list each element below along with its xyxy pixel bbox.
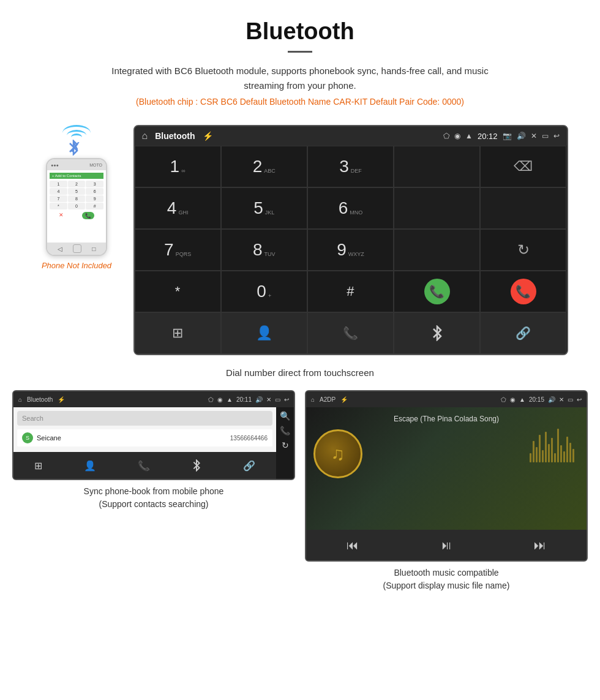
dial-key-9[interactable]: 9WXYZ (307, 229, 394, 271)
pb-vol-icon: 🔊 (255, 396, 263, 403)
bluetooth-icon (67, 140, 80, 156)
music-song-title: Escape (The Pina Colada Song) (394, 415, 499, 423)
dial-empty-1 (394, 146, 480, 187)
phone-icon: 📞 (343, 326, 358, 341)
music-sig-icon: ▲ (519, 396, 525, 403)
pb-search-icon[interactable]: 🔍 (279, 410, 291, 422)
pb-app-name: Bluetooth (27, 396, 53, 403)
pb-person-icon[interactable]: 👤 (84, 460, 96, 472)
pb-bluetooth-icon[interactable] (192, 459, 201, 472)
music-bt-icon: ⬠ (501, 396, 506, 403)
pb-usb-icon: ⚡ (58, 396, 65, 403)
dialpad-area: 1∞ 2ABC 3DEF ⌫ 4GHI 5JKL 6MNO (135, 146, 567, 354)
pb-home-icon: ⌂ (18, 396, 22, 403)
home-icon[interactable]: ⌂ (142, 130, 148, 141)
pb-phone-icon[interactable]: 📞 (138, 460, 150, 472)
dial-empty-4 (394, 229, 480, 271)
phone-image: ●●● MOTO + Add to Contacts 1 2 3 4 5 6 7… (46, 158, 107, 256)
car-display: ⌂ Bluetooth ⚡ ⬠ ◉ ▲ 20:12 📷 🔊 ✕ ▭ ↩ 1∞ (133, 125, 568, 355)
bluetooth-bottom-icon (430, 325, 444, 341)
dial-bottom-person[interactable]: 👤 (221, 312, 307, 354)
dial-call-red[interactable]: 📞 (480, 271, 566, 312)
phone-top-bar: ●●● MOTO (47, 159, 106, 170)
music-usb-icon: ⚡ (340, 396, 348, 403)
music-loc-icon: ◉ (510, 396, 516, 403)
dial-key-1[interactable]: 1∞ (135, 146, 221, 187)
phone-bottom-bar: ◁ □ (47, 243, 106, 255)
header-divider (288, 51, 312, 53)
music-main: Escape (The Pina Colada Song) ♫ (306, 407, 587, 530)
pb-call-icon[interactable]: 📞 (279, 424, 291, 437)
dial-bottom-phone[interactable]: 📞 (307, 312, 394, 354)
person-icon: 👤 (256, 325, 272, 341)
pb-bottom-bar: ⊞ 👤 📞 🔗 (13, 452, 276, 479)
pb-search-bar[interactable]: Search (17, 411, 272, 426)
screen-icon[interactable]: ▭ (542, 132, 549, 140)
back-icon[interactable]: ↩ (553, 132, 560, 140)
pb-loc-icon: ◉ (217, 396, 223, 403)
phone-screen: + Add to Contacts 1 2 3 4 5 6 7 8 9 * 0 … (47, 170, 106, 243)
dial-key-4[interactable]: 4GHI (135, 187, 221, 229)
wifi-signal-area: ✗ (61, 125, 92, 156)
music-home-icon: ⌂ (311, 396, 315, 403)
dial-key-8[interactable]: 8TUV (221, 229, 307, 271)
pb-close-icon: ✕ (266, 396, 271, 403)
refresh-icon: ↻ (517, 241, 530, 258)
music-album-art: ♫ (313, 429, 362, 478)
phonebook-screenshot: ⌂ Bluetooth ⚡ ⬠ ◉ ▲ 20:11 🔊 ✕ ▭ ↩ (12, 390, 295, 480)
music-next-icon[interactable]: ⏭ (534, 538, 546, 552)
music-app-name: A2DP (320, 396, 336, 403)
backspace-icon: ⌫ (514, 159, 533, 175)
music-close-icon: ✕ (559, 396, 564, 403)
music-vol-icon: 🔊 (548, 396, 555, 403)
pb-sig-icon: ▲ (227, 396, 233, 403)
close-icon[interactable]: ✕ (531, 132, 537, 140)
dial-call-green[interactable]: 📞 (394, 271, 480, 312)
header-description: Integrated with BC6 Bluetooth module, su… (92, 64, 508, 93)
pb-grid-icon[interactable]: ⊞ (34, 460, 42, 472)
music-bottom-bar: ⏮ ⏯ ⏭ (306, 530, 587, 560)
music-screenshot: ⌂ A2DP ⚡ ⬠ ◉ ▲ 20:15 🔊 ✕ ▭ ↩ Escape (The… (305, 390, 588, 562)
pb-search-placeholder: Search (22, 415, 43, 422)
usb-icon: ⚡ (203, 131, 213, 141)
dial-empty-3 (480, 187, 566, 229)
dial-key-3[interactable]: 3DEF (307, 146, 394, 187)
dial-backspace[interactable]: ⌫ (480, 146, 566, 187)
music-playpause-icon[interactable]: ⏯ (440, 538, 452, 552)
dial-key-2[interactable]: 2ABC (221, 146, 307, 187)
dial-key-7[interactable]: 7PQRS (135, 229, 221, 271)
pb-avatar: S (22, 432, 33, 443)
pb-back-icon: ↩ (284, 396, 289, 403)
pb-contact-row[interactable]: S Seicane 13566664466 (17, 429, 272, 446)
dial-key-star[interactable]: * (135, 271, 221, 312)
phone-illustration: ✗ ●●● MOTO + Add to Contacts 1 2 3 4 5 6 (32, 125, 121, 270)
dial-key-hash[interactable]: # (307, 271, 394, 312)
music-note-icon: ♫ (331, 443, 345, 464)
dial-key-6[interactable]: 6MNO (307, 187, 394, 229)
music-screen-icon: ▭ (568, 396, 573, 403)
header-specs: (Bluetooth chip : CSR BC6 Default Blueto… (12, 97, 588, 107)
dial-caption: Dial number direct from touchscreen (0, 361, 600, 390)
volume-icon[interactable]: 🔊 (517, 132, 526, 140)
phone-not-included-label: Phone Not Included (42, 261, 111, 270)
call-green-button: 📞 (424, 279, 450, 304)
dial-bottom-bluetooth[interactable] (394, 312, 480, 354)
dial-key-5[interactable]: 5JKL (221, 187, 307, 229)
dial-bottom-link[interactable]: 🔗 (480, 312, 566, 354)
pb-link-icon[interactable]: 🔗 (243, 460, 255, 472)
phonebook-caption: Sync phone-book from mobile phone(Suppor… (84, 485, 224, 511)
music-time: 20:15 (529, 396, 544, 403)
music-prev-icon[interactable]: ⏮ (347, 538, 359, 552)
dial-refresh[interactable]: ↻ (480, 229, 566, 271)
camera-icon[interactable]: 📷 (503, 132, 512, 140)
dial-key-0[interactable]: 0+ (221, 271, 307, 312)
call-red-button: 📞 (511, 279, 536, 304)
pb-refresh-icon[interactable]: ↻ (279, 439, 291, 451)
pb-right-icons: 🔍 📞 ↻ (276, 407, 294, 479)
dial-empty-2 (394, 187, 480, 229)
car-status-bar: ⌂ Bluetooth ⚡ ⬠ ◉ ▲ 20:12 📷 🔊 ✕ ▭ ↩ (135, 126, 567, 146)
music-visualizer (530, 426, 574, 462)
status-right: ⬠ ◉ ▲ 20:12 📷 🔊 ✕ ▭ ↩ (443, 132, 559, 141)
dial-bottom-grid[interactable]: ⊞ (135, 312, 221, 354)
music-caption: Bluetooth music compatible(Support displ… (383, 566, 510, 592)
